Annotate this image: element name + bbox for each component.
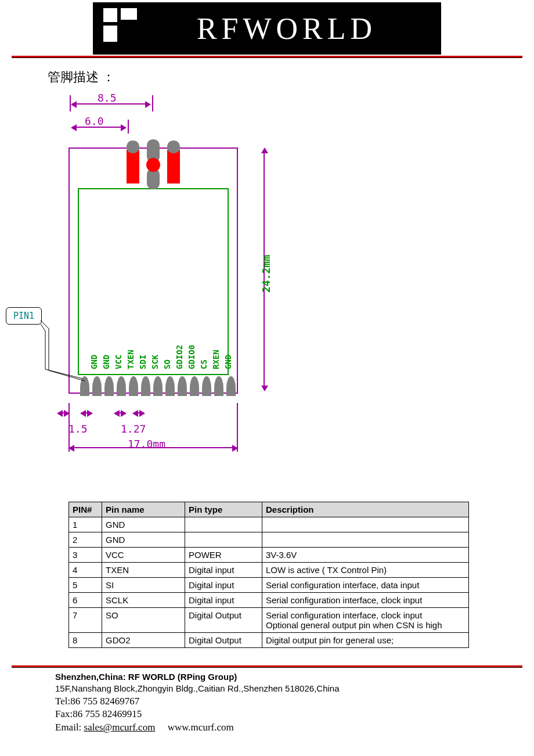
table-cell — [185, 517, 262, 532]
dim-top2: 6.0 — [85, 115, 104, 127]
table-row: 3VCCPOWER3V-3.6V — [69, 548, 469, 563]
table-header: Description — [262, 502, 469, 517]
solder-pad — [202, 376, 211, 396]
table-row: 5SIDigital inputSerial configuration int… — [69, 578, 469, 593]
pin-label: SDI — [138, 355, 147, 369]
table-row: 1GND — [69, 517, 469, 532]
pin-label: VCC — [114, 355, 123, 369]
solder-pad — [153, 376, 163, 396]
table-cell: SO — [102, 608, 185, 633]
table-cell: SI — [102, 578, 185, 593]
pin-label: GND — [102, 355, 111, 369]
dim-height: 24.2mm — [260, 255, 272, 293]
solder-pad — [117, 376, 126, 396]
pin-label: GND — [223, 355, 233, 369]
table-cell: LOW is active ( TX Control Pin) — [262, 563, 469, 578]
footer-web: www.mcurf.com — [168, 722, 234, 733]
pin-label: GDIO2 — [175, 345, 184, 369]
table-cell: 3 — [69, 548, 102, 563]
table-header: Pin type — [185, 502, 262, 517]
table-cell: TXEN — [102, 563, 185, 578]
solder-pad — [178, 376, 187, 396]
table-cell: GND — [102, 532, 185, 548]
solder-pad — [104, 376, 114, 396]
brand-name: RFWORLD — [144, 12, 441, 46]
pin-label: SO — [163, 359, 172, 369]
solder-pad — [92, 376, 102, 396]
table-cell: Digital Output — [185, 633, 262, 648]
footer-address: 15F,Nanshang Block,Zhongyin Bldg.,Caitia… — [55, 683, 534, 694]
table-row: 2GND — [69, 532, 469, 548]
table-cell: 6 — [69, 593, 102, 608]
footer-tel: Tel:86 755 82469767 — [55, 695, 534, 708]
footer-company: Shenzhen,China: RF WORLD (RPing Group) — [55, 671, 534, 683]
table-cell: Serial configuration interface, data inp… — [262, 578, 469, 593]
table-cell: 8 — [69, 633, 102, 648]
table-cell: SCLK — [102, 593, 185, 608]
table-cell: Serial configuration interface, clock in… — [262, 608, 469, 633]
table-row: 6SCLKDigital inputSerial configuration i… — [69, 593, 469, 608]
table-cell: 4 — [69, 563, 102, 578]
table-row: 7SODigital OutputSerial configuration in… — [69, 608, 469, 633]
pin-label: GDIO0 — [187, 345, 196, 369]
table-row: 4TXENDigital inputLOW is active ( TX Con… — [69, 563, 469, 578]
dim-pad-pitch: 1.27 — [121, 423, 146, 435]
table-cell: 7 — [69, 608, 102, 633]
pin-label: SCK — [150, 355, 160, 369]
pin-table: PIN#Pin namePin typeDescription 1GND2GND… — [68, 502, 469, 648]
dim-width: 17.0mm — [128, 438, 165, 450]
header-banner: RFWORLD — [93, 2, 441, 55]
callout-leader — [41, 321, 93, 384]
table-cell: VCC — [102, 548, 185, 563]
table-header: Pin name — [102, 502, 185, 517]
table-cell: Digital output pin for general use; — [262, 633, 469, 648]
pin-label: CS — [199, 359, 208, 369]
footer-email-link[interactable]: sales@mcurf.com — [84, 722, 156, 733]
footer-email-line: Email: sales@mcurf.com www.mcurf.com — [55, 721, 534, 735]
table-cell — [262, 517, 469, 532]
footer-fax: Fax:86 755 82469915 — [55, 708, 534, 721]
table-cell: 2 — [69, 532, 102, 548]
inner-area — [78, 188, 229, 375]
footer: Shenzhen,China: RF WORLD (RPing Group) 1… — [55, 671, 534, 735]
pin-label: RXEN — [211, 350, 221, 369]
table-cell: 1 — [69, 517, 102, 532]
table-cell: Digital input — [185, 578, 262, 593]
dim-top1: 8.5 — [98, 92, 117, 104]
table-cell: Digital Output — [185, 608, 262, 633]
pin1-callout: PIN1 — [6, 307, 42, 325]
module-diagram: 8.5 6.0 24.2mm GNDGNDVCCTXENSDISCKSOGDIO… — [52, 89, 331, 461]
table-row: 8GDO2Digital OutputDigital output pin fo… — [69, 633, 469, 648]
table-cell: POWER — [185, 548, 262, 563]
table-cell: 3V-3.6V — [262, 548, 469, 563]
logo-icon — [103, 8, 144, 49]
solder-pad — [141, 376, 150, 396]
solder-pad — [214, 376, 223, 396]
table-header: PIN# — [69, 502, 102, 517]
table-cell: GDO2 — [102, 633, 185, 648]
section-title: 管脚描述 ： — [48, 69, 534, 86]
header-rule-thin — [12, 57, 522, 58]
table-cell: Digital input — [185, 563, 262, 578]
table-cell — [185, 532, 262, 548]
solder-pad — [165, 376, 175, 396]
table-cell: Serial configuration interface, clock in… — [262, 593, 469, 608]
pin-label: TXEN — [126, 350, 135, 369]
table-cell: 5 — [69, 578, 102, 593]
dim-pad-offset: 1.5 — [68, 423, 88, 435]
table-cell: GND — [102, 517, 185, 532]
solder-pad — [190, 376, 199, 396]
table-cell: Digital input — [185, 593, 262, 608]
footer-rule-thin — [12, 667, 522, 668]
solder-pad — [226, 376, 236, 396]
table-cell — [262, 532, 469, 548]
solder-pad — [129, 376, 138, 396]
